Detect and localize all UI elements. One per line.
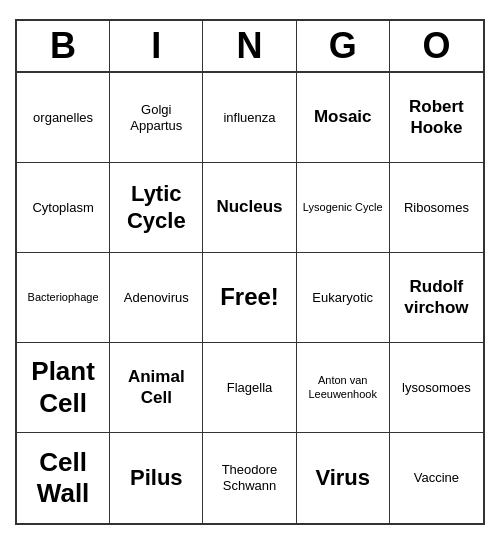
cell-text: Theodore Schwann [207,462,291,493]
bingo-cell: Cell Wall [17,433,110,523]
bingo-cell: Eukaryotic [297,253,390,343]
bingo-cell: lysosomoes [390,343,483,433]
cell-text: Rudolf virchow [394,277,479,318]
bingo-cell: Golgi Appartus [110,73,203,163]
bingo-cell: Cytoplasm [17,163,110,253]
bingo-cell: Plant Cell [17,343,110,433]
cell-text: Flagella [227,380,273,396]
cell-text: Free! [220,283,279,312]
bingo-cell: Lytic Cycle [110,163,203,253]
header-letter: B [17,21,110,71]
header-letter: G [297,21,390,71]
bingo-cell: Vaccine [390,433,483,523]
bingo-cell: Adenovirus [110,253,203,343]
header-letter: I [110,21,203,71]
cell-text: Nucleus [216,197,282,217]
bingo-card: BINGO organellesGolgi AppartusinfluenzaM… [15,19,485,525]
bingo-grid: organellesGolgi AppartusinfluenzaMosaicR… [17,73,483,523]
bingo-cell: Flagella [203,343,296,433]
bingo-cell: Pilus [110,433,203,523]
bingo-cell: Anton van Leeuwenhook [297,343,390,433]
cell-text: Ribosomes [404,200,469,216]
bingo-cell: Ribosomes [390,163,483,253]
bingo-cell: Robert Hooke [390,73,483,163]
cell-text: Adenovirus [124,290,189,306]
cell-text: Robert Hooke [394,97,479,138]
bingo-cell: influenza [203,73,296,163]
bingo-cell: Lysogenic Cycle [297,163,390,253]
cell-text: Lytic Cycle [114,181,198,234]
bingo-header: BINGO [17,21,483,73]
bingo-cell: Theodore Schwann [203,433,296,523]
bingo-cell: Virus [297,433,390,523]
cell-text: lysosomoes [402,380,471,396]
bingo-cell: Bacteriophage [17,253,110,343]
cell-text: influenza [223,110,275,126]
bingo-cell: Mosaic [297,73,390,163]
bingo-cell: Free! [203,253,296,343]
cell-text: Pilus [130,465,183,491]
cell-text: organelles [33,110,93,126]
cell-text: Golgi Appartus [114,102,198,133]
bingo-cell: organelles [17,73,110,163]
header-letter: O [390,21,483,71]
cell-text: Anton van Leeuwenhook [301,374,385,400]
cell-text: Bacteriophage [28,291,99,304]
cell-text: Virus [315,465,370,491]
cell-text: Vaccine [414,470,459,486]
cell-text: Animal Cell [114,367,198,408]
cell-text: Mosaic [314,107,372,127]
cell-text: Lysogenic Cycle [303,201,383,214]
bingo-cell: Rudolf virchow [390,253,483,343]
bingo-cell: Animal Cell [110,343,203,433]
cell-text: Eukaryotic [312,290,373,306]
cell-text: Cytoplasm [32,200,93,216]
header-letter: N [203,21,296,71]
cell-text: Cell Wall [21,447,105,509]
cell-text: Plant Cell [21,356,105,418]
bingo-cell: Nucleus [203,163,296,253]
